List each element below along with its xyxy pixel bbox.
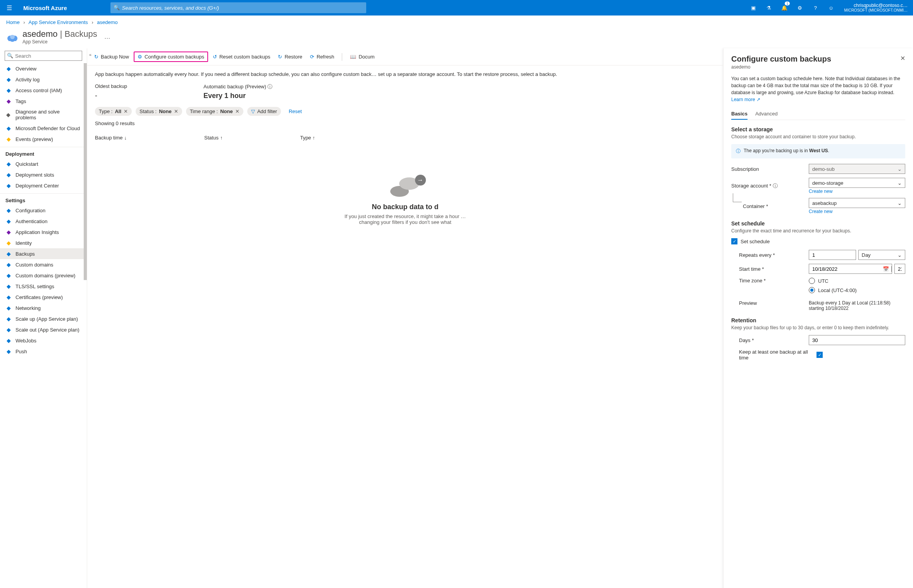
storage-account-select[interactable]: demo-storage⌄	[809, 178, 905, 188]
sidebar-item-label: Custom domains	[16, 262, 53, 268]
sidebar-item-backups[interactable]: ◆Backups	[0, 248, 87, 259]
filter-status-pill[interactable]: Status : None✕	[136, 107, 182, 116]
help-icon[interactable]: ?	[808, 0, 823, 15]
filter-time-pill[interactable]: Time range : None✕	[186, 107, 243, 116]
arrow-icon: →	[415, 175, 426, 186]
sidebar-item-overview[interactable]: ◆Overview	[0, 63, 87, 74]
tab-basics[interactable]: Basics	[731, 108, 748, 120]
sort-up-icon: ↑	[313, 135, 315, 141]
close-panel-button[interactable]: ✕	[900, 55, 905, 62]
refresh-button[interactable]: ⟳Refresh	[307, 52, 338, 61]
retention-days-input[interactable]	[809, 335, 905, 345]
learn-more-link[interactable]: Learn more ↗	[731, 97, 760, 102]
col-backup-time[interactable]: Backup time ↓	[95, 135, 127, 141]
sidebar-item-tls-ssl-settings[interactable]: ◆TLS/SSL settings	[0, 281, 87, 292]
breadcrumb-home[interactable]: Home	[6, 19, 20, 25]
tz-utc-radio[interactable]: UTC	[809, 278, 905, 284]
info-icon[interactable]: ⓘ	[773, 183, 778, 189]
calendar-icon[interactable]: 📅	[880, 266, 892, 272]
tab-advanced[interactable]: Advanced	[755, 108, 778, 120]
start-time-input[interactable]	[894, 264, 905, 274]
backup-now-icon: ↻	[94, 54, 98, 60]
account-menu[interactable]: chrisqpublic@contoso.c… MICROSOFT (MICRO…	[839, 3, 913, 13]
chevron-down-icon: ⌄	[897, 166, 902, 172]
feedback-icon[interactable]: ☺	[823, 0, 839, 15]
global-search-input[interactable]	[110, 2, 366, 13]
topbar-icons: ▣ ⚗ 🔔1 ⚙ ? ☺	[746, 0, 839, 15]
subscription-label: Subscription	[731, 166, 809, 172]
sidebar-item-deployment-center[interactable]: ◆Deployment Center	[0, 180, 87, 191]
sidebar-item-label: Overview	[16, 66, 36, 72]
sidebar-item-events-preview-[interactable]: ◆Events (preview)	[0, 134, 87, 144]
oldest-backup-value: -	[95, 92, 149, 100]
settings-icon[interactable]: ⚙	[792, 0, 808, 15]
tz-local-radio[interactable]: Local (UTC-4:00)	[809, 287, 905, 293]
set-schedule-checkbox[interactable]: ✓	[731, 238, 737, 244]
reset-filters-link[interactable]: Reset	[289, 108, 302, 114]
sidebar-item-webjobs[interactable]: ◆WebJobs	[0, 335, 87, 346]
chevron-down-icon: ⌄	[897, 180, 902, 186]
app-service-icon	[6, 31, 19, 43]
filter-type-pill[interactable]: Type : All✕	[95, 107, 132, 116]
close-icon[interactable]: ✕	[124, 108, 128, 114]
create-new-container-link[interactable]: Create new	[809, 209, 905, 214]
restore-button[interactable]: ↻Restore	[275, 52, 305, 61]
info-icon[interactable]: ⓘ	[267, 84, 272, 89]
sidebar-item-label: Deployment slots	[16, 172, 54, 178]
page-more-button[interactable]: …	[104, 33, 110, 40]
notifications-icon[interactable]: 🔔1	[777, 0, 792, 15]
sidebar-item-quickstart[interactable]: ◆Quickstart	[0, 158, 87, 169]
refresh-label: Refresh	[317, 54, 334, 60]
automatic-backup-label: Automatic backup (Preview) ⓘ	[203, 83, 272, 90]
close-icon[interactable]: ✕	[235, 108, 239, 114]
filter-icon[interactable]: ⚗	[761, 0, 777, 15]
documentation-button[interactable]: 📖Docum	[347, 52, 377, 61]
sidebar-item-custom-domains-preview-[interactable]: ◆Custom domains (preview)	[0, 270, 87, 281]
sidebar-item-deployment-slots[interactable]: ◆Deployment slots	[0, 169, 87, 180]
iam-icon: ◆	[5, 87, 12, 93]
backup-now-button[interactable]: ↻Backup Now	[91, 52, 132, 61]
sidebar-item-application-insights[interactable]: ◆Application Insights	[0, 227, 87, 237]
create-new-storage-link[interactable]: Create new	[809, 189, 905, 194]
automatic-backup-value: Every 1 hour	[203, 92, 246, 100]
sidebar-item-push[interactable]: ◆Push	[0, 346, 87, 357]
external-link-icon: ↗	[756, 97, 760, 102]
sidebar-item-microsoft-defender-for-cloud[interactable]: ◆Microsoft Defender for Cloud	[0, 123, 87, 134]
container-select[interactable]: asebackup⌄	[809, 198, 905, 208]
hamburger-menu[interactable]: ☰	[0, 4, 19, 12]
sidebar-item-activity-log[interactable]: ◆Activity log	[0, 74, 87, 85]
sidebar-item-label: WebJobs	[16, 338, 36, 344]
start-date-field[interactable]	[809, 266, 880, 272]
breadcrumb-ase[interactable]: App Service Environments	[29, 19, 88, 25]
chevron-down-icon: ⌄	[897, 252, 902, 258]
sidebar-item-access-control-iam-[interactable]: ◆Access control (IAM)	[0, 85, 87, 96]
col-status[interactable]: Status ↑	[204, 135, 222, 141]
repeats-every-input[interactable]	[809, 250, 856, 260]
sidebar-item-label: Application Insights	[16, 229, 59, 235]
start-date-input[interactable]: 📅	[809, 264, 892, 274]
sidebar-item-custom-domains[interactable]: ◆Custom domains	[0, 259, 87, 270]
cloud-shell-icon[interactable]: ▣	[746, 0, 761, 15]
sidebar-item-configuration[interactable]: ◆Configuration	[0, 205, 87, 216]
repeats-unit-select[interactable]: Day⌄	[858, 250, 906, 260]
sidebar-item-tags[interactable]: ◆Tags	[0, 96, 87, 107]
sidebar-item-networking[interactable]: ◆Networking	[0, 303, 87, 313]
sidebar-item-identity[interactable]: ◆Identity	[0, 237, 87, 248]
add-filter-button[interactable]: ▽Add filter	[247, 107, 281, 116]
cloud-backup-icon: →	[388, 174, 423, 197]
sidebar-scrollbar[interactable]	[84, 63, 87, 280]
sidebar-item-scale-out-app-service-plan-[interactable]: ◆Scale out (App Service plan)	[0, 324, 87, 335]
reset-custom-backups-button[interactable]: ↺Reset custom backups	[210, 52, 274, 61]
empty-title: No backup data to d	[95, 203, 715, 211]
breadcrumb-asedemo[interactable]: asedemo	[97, 19, 117, 25]
close-icon[interactable]: ✕	[174, 108, 178, 114]
keep-one-checkbox[interactable]: ✓	[817, 352, 823, 358]
sidebar-item-authentication[interactable]: ◆Authentication	[0, 216, 87, 227]
subscription-select[interactable]: demo-sub⌄	[809, 164, 905, 174]
col-type[interactable]: Type ↑	[300, 135, 315, 141]
sidebar-item-scale-up-app-service-plan-[interactable]: ◆Scale up (App Service plan)	[0, 313, 87, 324]
sidebar-item-diagnose-and-solve-problems[interactable]: ◆Diagnose and solve problems	[0, 107, 87, 123]
sidebar-item-certificates-preview-[interactable]: ◆Certificates (preview)	[0, 292, 87, 303]
sidebar-search-input[interactable]	[5, 51, 82, 61]
configure-custom-backups-button[interactable]: ⚙Configure custom backups	[134, 52, 208, 62]
